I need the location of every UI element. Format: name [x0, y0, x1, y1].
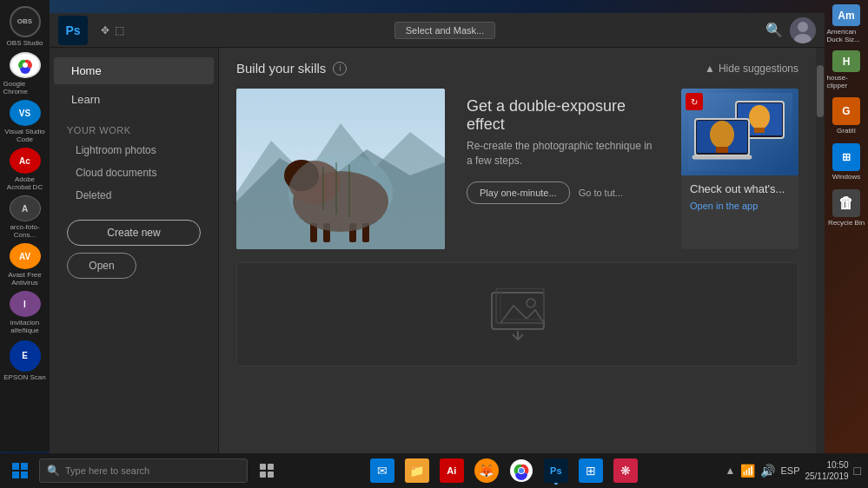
ps-toolbar-right: 🔍 [765, 17, 816, 43]
start-button[interactable] [0, 453, 39, 488]
right-card-title: Check out what's... [690, 182, 790, 195]
card-action-buttons: Play one-minute... Go to tut... [467, 181, 659, 204]
move-tool-icon[interactable]: ✥ [101, 24, 109, 36]
marquee-tool-icon[interactable]: ⬚ [115, 24, 124, 36]
sidebar-item-cloud-docs[interactable]: Cloud documents [50, 162, 218, 184]
taskbar-app-other[interactable]: ❋ [610, 455, 641, 486]
notifications-icon[interactable]: □ [854, 464, 861, 478]
sidebar-item-obs[interactable]: OBS OBS Studio [3, 4, 47, 48]
sidebar-item-vscode[interactable]: VS Visual Studio Code [3, 100, 47, 143]
right-card-content: Check out what's... Open in the app [681, 175, 798, 218]
play-one-minute-button[interactable]: Play one-minute... [467, 181, 570, 204]
desktop-icon-recycle[interactable]: 🗑 Recycle Bin [827, 188, 866, 228]
your-work-section-label: YOUR WORK [50, 118, 218, 139]
card-description: Re-create the photographic technique in … [467, 139, 659, 168]
open-in-app-link[interactable]: Open in the app [690, 201, 790, 211]
sidebar-action-buttons: Create new Open [50, 207, 218, 292]
open-button[interactable]: Open [67, 253, 136, 279]
taskbar-app-chrome[interactable] [506, 455, 537, 486]
taskbar-app-email[interactable]: ✉ [367, 455, 398, 486]
svg-rect-28 [692, 155, 752, 159]
devices-svg [688, 93, 792, 171]
left-desktop-icons: OBS OBS Studio Google Chrome VS Visual S… [0, 0, 50, 452]
network-icon[interactable]: ▲ [726, 465, 736, 477]
info-icon[interactable]: i [333, 62, 347, 76]
sidebar-item-acrobat[interactable]: Ac Adobe Acrobat DC [3, 148, 47, 191]
sidebar-item-deleted[interactable]: Deleted [50, 184, 218, 207]
photo-icon-svg [487, 288, 548, 340]
svg-rect-40 [268, 464, 274, 470]
ps-content: Home Learn YOUR WORK Lightroom photos Cl… [50, 48, 825, 456]
sidebar-item-home[interactable]: Home [54, 57, 214, 84]
desktop-icon-american[interactable]: Am American Duck Siz... [827, 4, 866, 43]
sidebar-item-arco[interactable]: A arco-foto-Cons... [3, 195, 47, 239]
windows-logo-icon [11, 462, 29, 479]
select-mask-button[interactable]: Select and Mask... [394, 22, 496, 39]
task-view-icon [259, 463, 275, 478]
sidebar-item-invitacion[interactable]: I invitacion alfeñique [3, 291, 47, 334]
svg-rect-38 [21, 472, 28, 478]
ps-main-content: Build your skills i ▲ Hide suggestions [219, 48, 816, 456]
skill-cards-container: Get a double-exposure effect Re-create t… [236, 89, 798, 249]
ps-sidebar: Home Learn YOUR WORK Lightroom photos Cl… [50, 48, 219, 456]
volume-icon[interactable]: 🔊 [760, 464, 775, 478]
section-title: Build your skills i [236, 61, 347, 76]
section-header: Build your skills i ▲ Hide suggestions [236, 61, 798, 76]
avatar[interactable] [790, 17, 816, 43]
taskbar-pinned-apps: ✉ 📁 Ai 🦊 Ps [282, 455, 726, 486]
svg-point-31 [527, 299, 535, 307]
right-card-image: ↻ [681, 89, 798, 175]
ps-toolbar-center: Select and Mask... [133, 22, 757, 39]
taskbar-system-tray: ▲ 📶 🔊 ESP 10:50 25/11/2019 □ [726, 459, 868, 482]
language-indicator[interactable]: ESP [780, 465, 799, 476]
search-icon: 🔍 [47, 465, 60, 477]
svg-point-15 [288, 154, 393, 232]
scrollbar-track[interactable] [816, 48, 825, 456]
photoshop-window: Ps ✥ ⬚ Select and Mask... 🔍 [50, 13, 825, 456]
svg-rect-35 [12, 463, 19, 470]
taskbar-task-view[interactable] [251, 455, 282, 486]
bison-image-card [236, 89, 445, 249]
wifi-icon[interactable]: 📶 [740, 464, 755, 478]
photo-placeholder-icon [487, 288, 548, 340]
chrome-icon [509, 458, 533, 483]
svg-point-22 [749, 105, 770, 129]
svg-rect-23 [754, 128, 765, 133]
desktop-icon-gratii[interactable]: G GratiII [827, 96, 866, 135]
svg-point-1 [23, 63, 28, 68]
sidebar-item-epson[interactable]: E EPSON Scan [3, 339, 47, 382]
sidebar-item-learn[interactable]: Learn [54, 86, 214, 113]
sidebar-item-lightroom[interactable]: Lightroom photos [50, 139, 218, 162]
taskbar-search-bar[interactable]: 🔍 Type here to search [39, 458, 248, 483]
clock[interactable]: 10:50 25/11/2019 [805, 459, 848, 482]
svg-rect-39 [260, 464, 266, 470]
desktop-icon-windows[interactable]: ⊞ Windows [827, 142, 866, 181]
svg-rect-37 [12, 472, 19, 478]
svg-rect-41 [260, 472, 266, 478]
taskbar-app-photoshop[interactable]: Ps [540, 455, 572, 486]
desktop-icon-house[interactable]: H house-clipper [827, 50, 866, 89]
taskbar-app-explorer[interactable]: 📁 [401, 455, 433, 486]
ps-titlebar: Ps ✥ ⬚ Select and Mask... 🔍 [50, 13, 825, 48]
svg-rect-36 [21, 463, 28, 470]
taskbar-app-store[interactable]: ⊞ [575, 455, 606, 486]
card-title: Get a double-exposure effect [467, 97, 659, 134]
svg-point-45 [519, 468, 524, 473]
taskbar-app-adobe[interactable]: Ai [436, 455, 467, 486]
taskbar-app-firefox[interactable]: 🦊 [471, 455, 502, 486]
bison-svg [236, 89, 445, 249]
sidebar-item-avast[interactable]: AV Avast Free Antivirus [3, 243, 47, 287]
scrollbar-thumb[interactable] [817, 65, 824, 117]
create-new-button[interactable]: Create new [67, 220, 201, 246]
right-suggestion-card: ↻ [681, 89, 798, 249]
svg-rect-27 [716, 147, 728, 153]
windows-taskbar: 🔍 Type here to search ✉ 📁 Ai 🦊 [0, 453, 868, 488]
search-icon[interactable]: 🔍 [765, 22, 783, 38]
go-to-tutorial-button[interactable]: Go to tut... [579, 182, 623, 203]
hide-suggestions-button[interactable]: ▲ Hide suggestions [705, 63, 798, 75]
photo-area-empty-state [236, 262, 798, 366]
svg-marker-30 [500, 306, 544, 323]
sidebar-item-chrome[interactable]: Google Chrome [3, 52, 47, 96]
ps-logo: Ps [58, 16, 88, 45]
right-desktop-icons: Am American Duck Siz... H house-clipper … [825, 0, 868, 452]
